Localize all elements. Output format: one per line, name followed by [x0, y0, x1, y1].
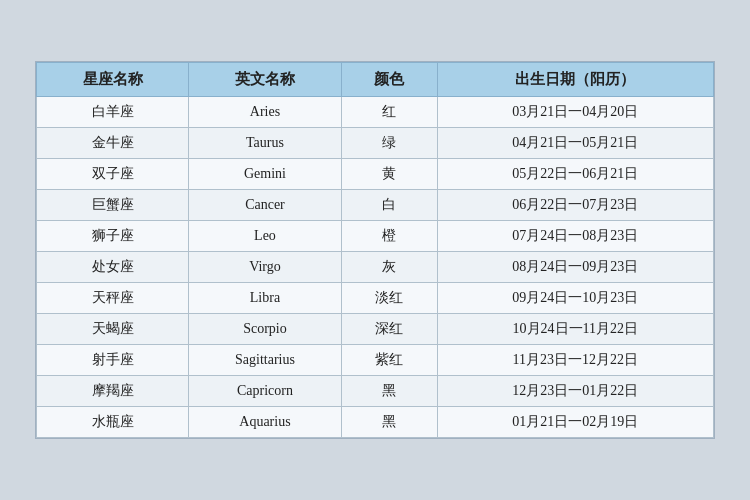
table-cell-5-3: 08月24日一09月23日	[437, 252, 713, 283]
table-cell-9-3: 12月23日一01月22日	[437, 376, 713, 407]
table-row: 天蝎座Scorpio深红10月24日一11月22日	[37, 314, 714, 345]
table-row: 天秤座Libra淡红09月24日一10月23日	[37, 283, 714, 314]
table-cell-6-2: 淡红	[341, 283, 437, 314]
table-cell-0-2: 红	[341, 97, 437, 128]
table-cell-10-1: Aquarius	[189, 407, 341, 438]
table-header-1: 英文名称	[189, 63, 341, 97]
table-cell-4-1: Leo	[189, 221, 341, 252]
table-cell-3-3: 06月22日一07月23日	[437, 190, 713, 221]
table-cell-6-0: 天秤座	[37, 283, 189, 314]
table-cell-7-2: 深红	[341, 314, 437, 345]
table-cell-6-1: Libra	[189, 283, 341, 314]
table-row: 白羊座Aries红03月21日一04月20日	[37, 97, 714, 128]
table-cell-7-0: 天蝎座	[37, 314, 189, 345]
table-cell-0-1: Aries	[189, 97, 341, 128]
table-cell-2-2: 黄	[341, 159, 437, 190]
zodiac-table: 星座名称英文名称颜色出生日期（阳历） 白羊座Aries红03月21日一04月20…	[36, 62, 714, 438]
table-cell-3-1: Cancer	[189, 190, 341, 221]
table-header-2: 颜色	[341, 63, 437, 97]
table-header-3: 出生日期（阳历）	[437, 63, 713, 97]
table-row: 处女座Virgo灰08月24日一09月23日	[37, 252, 714, 283]
table-cell-3-2: 白	[341, 190, 437, 221]
table-header-0: 星座名称	[37, 63, 189, 97]
table-header-row: 星座名称英文名称颜色出生日期（阳历）	[37, 63, 714, 97]
table-cell-9-2: 黑	[341, 376, 437, 407]
table-cell-1-3: 04月21日一05月21日	[437, 128, 713, 159]
table-cell-0-3: 03月21日一04月20日	[437, 97, 713, 128]
table-cell-4-0: 狮子座	[37, 221, 189, 252]
table-cell-8-3: 11月23日一12月22日	[437, 345, 713, 376]
table-cell-1-0: 金牛座	[37, 128, 189, 159]
table-cell-5-2: 灰	[341, 252, 437, 283]
table-cell-9-0: 摩羯座	[37, 376, 189, 407]
table-cell-1-2: 绿	[341, 128, 437, 159]
table-cell-7-3: 10月24日一11月22日	[437, 314, 713, 345]
table-row: 射手座Sagittarius紫红11月23日一12月22日	[37, 345, 714, 376]
table-row: 金牛座Taurus绿04月21日一05月21日	[37, 128, 714, 159]
table-cell-6-3: 09月24日一10月23日	[437, 283, 713, 314]
table-cell-5-1: Virgo	[189, 252, 341, 283]
table-cell-2-0: 双子座	[37, 159, 189, 190]
table-cell-10-3: 01月21日一02月19日	[437, 407, 713, 438]
table-cell-1-1: Taurus	[189, 128, 341, 159]
table-cell-5-0: 处女座	[37, 252, 189, 283]
table-cell-2-3: 05月22日一06月21日	[437, 159, 713, 190]
table-cell-2-1: Gemini	[189, 159, 341, 190]
table-row: 水瓶座Aquarius黑01月21日一02月19日	[37, 407, 714, 438]
table-row: 狮子座Leo橙07月24日一08月23日	[37, 221, 714, 252]
table-cell-10-0: 水瓶座	[37, 407, 189, 438]
table-row: 摩羯座Capricorn黑12月23日一01月22日	[37, 376, 714, 407]
table-body: 白羊座Aries红03月21日一04月20日金牛座Taurus绿04月21日一0…	[37, 97, 714, 438]
table-cell-3-0: 巨蟹座	[37, 190, 189, 221]
table-cell-10-2: 黑	[341, 407, 437, 438]
table-row: 双子座Gemini黄05月22日一06月21日	[37, 159, 714, 190]
table-cell-4-2: 橙	[341, 221, 437, 252]
table-row: 巨蟹座Cancer白06月22日一07月23日	[37, 190, 714, 221]
table-cell-8-1: Sagittarius	[189, 345, 341, 376]
table-cell-7-1: Scorpio	[189, 314, 341, 345]
table-cell-9-1: Capricorn	[189, 376, 341, 407]
table-cell-8-2: 紫红	[341, 345, 437, 376]
table-cell-0-0: 白羊座	[37, 97, 189, 128]
table-cell-8-0: 射手座	[37, 345, 189, 376]
table-cell-4-3: 07月24日一08月23日	[437, 221, 713, 252]
zodiac-table-container: 星座名称英文名称颜色出生日期（阳历） 白羊座Aries红03月21日一04月20…	[35, 61, 715, 439]
